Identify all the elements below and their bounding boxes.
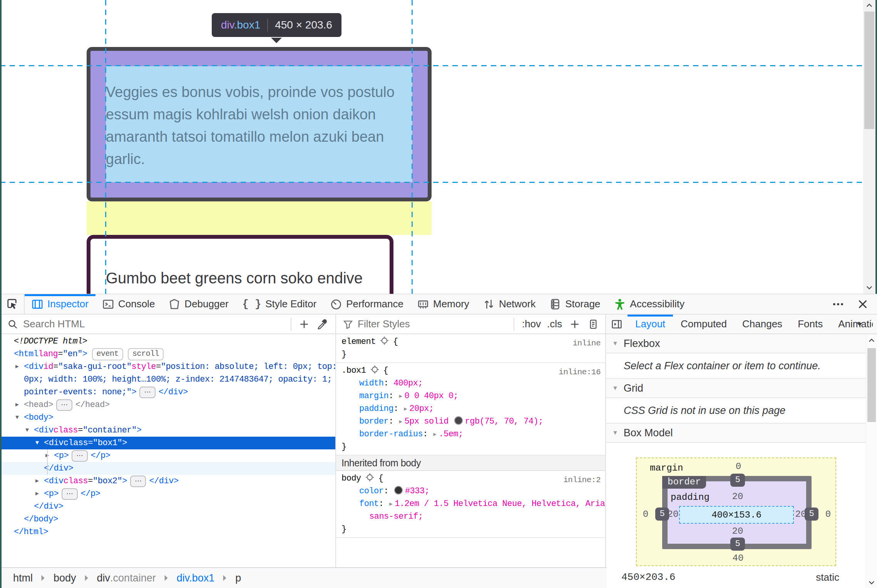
inline-ellipsis-pill[interactable]: ⋯ — [130, 476, 146, 487]
markup-row[interactable]: ▼<body> — [0, 411, 335, 424]
expand-shorthand-icon[interactable]: ▶ — [433, 428, 437, 441]
collapse-arrow-icon[interactable]: ▼ — [14, 411, 24, 424]
rule-selector[interactable]: body — [341, 474, 361, 483]
section-grid[interactable]: ▼ Grid — [606, 379, 866, 398]
markup-row[interactable]: ▼<div class="box1"> — [0, 437, 335, 449]
collapse-arrow-icon[interactable]: ▼ — [34, 437, 44, 449]
margin-left-value[interactable]: 0 — [640, 509, 651, 519]
css-declaration[interactable]: border-radius: ▶.5em; — [341, 428, 605, 441]
border-bottom-value[interactable]: 5 — [730, 538, 745, 551]
all-tabs-dropdown-icon[interactable] — [855, 315, 864, 333]
rule-origin-link[interactable]: inline:2 — [563, 474, 601, 486]
padding-top-value[interactable]: 20 — [730, 491, 745, 502]
expand-shorthand-icon[interactable]: ▶ — [399, 390, 402, 403]
search-html-input[interactable]: Search HTML — [23, 318, 85, 330]
add-rule-button[interactable] — [570, 319, 580, 329]
css-rule[interactable]: element{inline} — [336, 334, 605, 363]
padding-bottom-value[interactable]: 20 — [730, 526, 745, 536]
border-right-value[interactable]: 5 — [805, 508, 818, 521]
inline-ellipsis-pill[interactable]: ⋯ — [62, 488, 78, 500]
markup-row[interactable]: </div> — [0, 462, 335, 475]
rule-origin-link[interactable]: inline — [572, 337, 601, 350]
highlight-selector-icon[interactable] — [365, 472, 375, 482]
css-declaration[interactable]: width: 400px; — [341, 377, 605, 390]
expand-arrow-icon[interactable]: ▶ — [14, 399, 24, 411]
markup-row[interactable]: ▶<div id="saka-gui-root" style="position… — [0, 360, 335, 373]
breadcrumb-item[interactable]: div.container — [95, 572, 158, 584]
markup-row[interactable]: pointer-events: none;">⋯</div> — [0, 386, 335, 399]
markup-row[interactable]: ▶<p>⋯</p> — [0, 487, 335, 500]
close-icon[interactable] — [857, 298, 869, 310]
border-top-value[interactable]: 5 — [730, 474, 745, 487]
breadcrumb-item[interactable]: div.box1 — [174, 572, 217, 584]
print-simulation-button[interactable] — [588, 319, 598, 329]
margin-top-value[interactable]: 0 — [731, 461, 746, 472]
markup-row[interactable]: </body> — [0, 513, 335, 526]
toggle-pseudo-class-button[interactable]: :hov — [522, 318, 541, 330]
markup-row[interactable]: ▶<div class="box2">⋯</div> — [0, 475, 335, 487]
sidebar-toggle-icon[interactable] — [606, 315, 628, 333]
css-declaration[interactable]: margin: ▶0 0 40px 0; — [341, 390, 605, 402]
scroll-down-icon[interactable] — [866, 577, 877, 588]
toggle-class-button[interactable]: .cls — [547, 318, 562, 330]
expand-arrow-icon[interactable]: ▶ — [34, 487, 44, 500]
event-badge[interactable]: event — [92, 348, 124, 360]
css-declaration[interactable]: padding: ▶20px; — [341, 402, 605, 415]
sidebar-tab-animations[interactable]: Animations — [830, 315, 873, 333]
breadcrumb-item[interactable]: body — [51, 572, 79, 584]
expand-arrow-icon[interactable]: ▶ — [44, 449, 54, 462]
box-model-diagram[interactable]: margin 0 border padding 5 20 400×153.6 0… — [636, 457, 836, 566]
node-picker-button[interactable] — [0, 294, 25, 314]
page-scrollbar[interactable] — [863, 0, 875, 294]
tab-performance[interactable]: Performance — [323, 294, 410, 314]
expand-shorthand-icon[interactable]: ▶ — [389, 498, 392, 511]
expand-arrow-icon[interactable]: ▶ — [34, 475, 44, 487]
expand-shorthand-icon[interactable]: ▶ — [399, 415, 402, 428]
menu-icon[interactable] — [832, 298, 844, 310]
css-declaration[interactable]: font: ▶1.2em / 1.5 Helvetica Neue, Helve… — [341, 498, 605, 510]
scroll-up-icon[interactable] — [866, 335, 877, 346]
margin-right-value[interactable]: 0 — [822, 509, 834, 519]
highlight-selector-icon[interactable] — [370, 365, 380, 374]
page-scrollbar-thumb[interactable] — [864, 12, 874, 129]
sidebar-tab-layout[interactable]: Layout — [628, 315, 673, 333]
inline-ellipsis-pill[interactable]: ⋯ — [72, 450, 88, 462]
add-node-button[interactable] — [299, 319, 309, 329]
markup-row[interactable]: 0px; width: 100%; height…100%; z-index: … — [0, 373, 335, 386]
section-flexbox[interactable]: ▼ Flexbox — [606, 334, 866, 353]
inline-ellipsis-pill[interactable]: ⋯ — [56, 399, 72, 411]
inline-ellipsis-pill[interactable]: ⋯ — [139, 387, 156, 398]
tab-storage[interactable]: Storage — [542, 294, 607, 314]
highlight-selector-icon[interactable] — [380, 336, 389, 345]
tab-memory[interactable]: Memory — [410, 294, 476, 314]
tab-debugger[interactable]: Debugger — [162, 294, 235, 314]
markup-row[interactable]: ▼<div class="container"> — [0, 424, 335, 437]
rule-selector[interactable]: .box1 — [341, 366, 366, 375]
breadcrumb-item[interactable]: p — [233, 572, 243, 584]
tab-console[interactable]: Console — [95, 294, 162, 314]
tab-style-editor[interactable]: { }Style Editor — [236, 294, 324, 314]
expand-shorthand-icon[interactable]: ▶ — [404, 403, 407, 415]
markup-row[interactable]: </html> — [0, 526, 335, 538]
tab-accessibility[interactable]: Accessibility — [607, 294, 691, 314]
tab-network[interactable]: Network — [476, 294, 542, 314]
breadcrumb-item[interactable]: html — [11, 572, 35, 584]
sidebar-tab-changes[interactable]: Changes — [735, 315, 790, 333]
padding-left-value[interactable]: 20 — [666, 509, 680, 519]
content-dimensions[interactable]: 400×153.6 — [679, 506, 794, 524]
markup-row[interactable]: <html lang="en">eventscroll — [0, 348, 335, 360]
margin-bottom-value[interactable]: 40 — [729, 553, 747, 563]
sidebar-tab-computed[interactable]: Computed — [673, 315, 735, 333]
scroll-up-icon[interactable] — [863, 0, 875, 11]
rule-origin-link[interactable]: inline:16 — [559, 366, 601, 379]
css-declaration[interactable]: border: ▶5px solid rgb(75, 70, 74); — [341, 415, 605, 428]
markup-row[interactable]: ▶<head>⋯</head> — [0, 399, 335, 411]
markup-row[interactable]: </div> — [0, 500, 335, 513]
css-rule[interactable]: .box1{inline:16width: 400px;margin: ▶0 0… — [336, 363, 605, 456]
layout-scrollbar[interactable] — [866, 334, 877, 588]
color-swatch[interactable] — [394, 486, 403, 494]
filter-styles-input[interactable]: Filter Styles — [358, 318, 410, 330]
rule-selector[interactable]: element — [341, 337, 376, 347]
collapse-arrow-icon[interactable]: ▼ — [24, 424, 34, 437]
sidebar-tab-fonts[interactable]: Fonts — [790, 315, 830, 333]
